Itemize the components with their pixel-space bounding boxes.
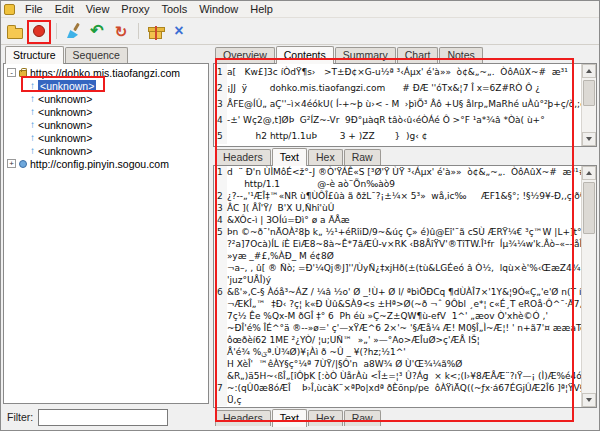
- subtab-headers[interactable]: Headers: [215, 410, 271, 426]
- line-number: 3: [214, 202, 227, 214]
- subtab-text[interactable]: Text: [272, 409, 307, 427]
- line-number: 5: [214, 128, 227, 144]
- menu-window[interactable]: Window: [193, 2, 244, 16]
- scrollbar-thumb[interactable]: [583, 80, 595, 106]
- tree-item[interactable]: + http://config.pinyin.sogou.com: [4, 157, 208, 170]
- code-line: Å'é¾ %ؾª.Ù¾Ø)¥¡Àì ð ~Û _ ¥(?hz;½1^': [214, 346, 581, 358]
- line-number: [214, 346, 227, 358]
- response-view-tabs: HeadersTextHexRaw: [213, 408, 597, 426]
- request-view-tabs: HeadersTextHexRaw: [213, 147, 597, 165]
- line-number: 7: [214, 382, 227, 394]
- tree-item[interactable]: <unknown>: [4, 79, 208, 92]
- code-line: 7 ~:(qÛ0æ8óÆÎ Þ›Î‚ùcàK¨×ªPo|xdª ðÈõnp/pe…: [214, 382, 581, 394]
- code-line: ?²a]7Ocà)ÍL íÈ EìÆ8~8à~Ê*7âÆÛ-v×RK ‹B8Åî…: [214, 238, 581, 250]
- up-arrow-icon: [30, 107, 35, 117]
- line-number: 5: [214, 226, 227, 238]
- expander-icon[interactable]: +: [7, 159, 16, 168]
- subtab-text[interactable]: Text: [272, 148, 307, 166]
- open-file-button[interactable]: [4, 20, 26, 42]
- line-number: 3: [214, 96, 227, 112]
- clear-session-button[interactable]: [62, 20, 84, 42]
- menu-view[interactable]: View: [80, 2, 116, 16]
- subtab-hex[interactable]: Hex: [308, 410, 343, 426]
- refresh-button[interactable]: ↻: [110, 20, 132, 42]
- line-number: [214, 370, 227, 382]
- request-scrollbar[interactable]: [581, 64, 596, 146]
- line-number: [214, 334, 227, 346]
- up-arrow-icon: [30, 120, 35, 130]
- tools-button[interactable]: ×: [168, 20, 190, 42]
- open-folder-icon: [7, 28, 23, 39]
- subtab-raw[interactable]: Raw: [344, 149, 381, 165]
- host-tree[interactable]: - https://dohko.mis.tiaofangzi.com <unkn…: [3, 63, 209, 404]
- tab-contents[interactable]: Contents: [276, 46, 334, 64]
- scroll-down-button[interactable]: [582, 132, 596, 146]
- subtab-raw[interactable]: Raw: [344, 410, 381, 426]
- up-arrow-icon: [30, 146, 35, 156]
- filter-input[interactable]: [38, 409, 168, 426]
- line-number: [214, 358, 227, 370]
- tree-item[interactable]: <unknown>: [4, 118, 208, 131]
- toolbar-separator[interactable]: [134, 20, 142, 42]
- tree-item[interactable]: <unknown>: [4, 92, 208, 105]
- tree-item-label: http://config.pinyin.sogou.com: [30, 158, 169, 170]
- toolbar: ↶ ↻ ×: [1, 18, 599, 45]
- line-text: http/1.1 @-è aò¨Õn‰àò9: [227, 178, 395, 190]
- tab-chart[interactable]: Chart: [397, 47, 439, 63]
- scrollbar-thumb[interactable]: [583, 182, 595, 234]
- tree-item-label: <unknown>: [38, 119, 92, 131]
- green-curved-arrow-icon: ↶: [90, 23, 103, 39]
- scroll-up-button[interactable]: [582, 166, 596, 180]
- compose-button[interactable]: [144, 20, 166, 42]
- subtab-headers[interactable]: Headers: [215, 149, 271, 165]
- tree-item[interactable]: - https://dohko.mis.tiaofangzi.com: [4, 66, 208, 79]
- subtab-hex[interactable]: Hex: [308, 149, 343, 165]
- tab-notes[interactable]: Notes: [439, 47, 482, 63]
- code-line: ~ÐÎ'é% ÎÉ^°ä ®--»ø=' ç'—xŸÆ^6 2×'~ '§Æå¼…: [214, 322, 581, 334]
- menu-edit[interactable]: Edit: [49, 2, 80, 16]
- line-text: d ¨ Ð'n ÙÌMôÉ<ž°-J ®Ò'ŸÁÊ«S [³Ø'Ÿ ÙŸ ³‹Á…: [227, 166, 581, 178]
- line-number: [214, 250, 227, 262]
- line-text: -±' Wç2@‚t]ØÞ G²ÍZ~-Vr 9Ð°µàqR tâò‹û‹éÒÁ…: [227, 112, 545, 128]
- response-scrollbar[interactable]: [581, 166, 596, 407]
- code-line: &R„)ä5H~‹ßÎ„[îÔþK [:òÒ ÙårÀù <Î±=¦³ Û?Ág…: [214, 370, 581, 382]
- code-line: 3 ÅFE@ÍÛ„ aÇ''–ì×4éókU( Í-+~þ ù›< - M ›þ…: [214, 96, 581, 112]
- response-content-pane[interactable]: 1 d ¨ Ð'n ÙÌMôÉ<ž°-J ®Ò'ŸÁÊ«S [³Ø'Ÿ ÙŸ ³…: [213, 165, 597, 408]
- up-arrow-icon: [30, 133, 35, 143]
- menu-proxy[interactable]: Proxy: [115, 2, 155, 16]
- broom-icon: [65, 23, 81, 39]
- undo-button[interactable]: ↶: [86, 20, 108, 42]
- menu-file[interactable]: File: [19, 2, 49, 16]
- code-line: »yæ _#£‚%ÀÐ_ M é¢8Ø: [214, 250, 581, 262]
- tree-item[interactable]: <unknown>: [4, 105, 208, 118]
- menu-help[interactable]: Help: [244, 2, 279, 16]
- line-text: ~:(qÛ0æ8óÆÎ Þ›Î‚ùcàK¨×ªPo|xdª ðÈõnp/pe ô…: [227, 382, 581, 394]
- code-line: 'juz°UÅÎ)ý: [214, 274, 581, 286]
- scroll-up-button[interactable]: [582, 64, 596, 78]
- line-text: ÅFE@ÍÛ„ aÇ''–ì×4éókU( Í-+~þ ù›< - M ›þìÕ…: [227, 96, 581, 112]
- tab-structure[interactable]: Structure: [5, 46, 64, 64]
- line-number: 1: [214, 64, 227, 80]
- code-line: 2 ¿?--„'¹ÆÎ‡™«NR ù¶ÙÔÎ£ûà ã ðžL¯?¡±¼× 5³…: [214, 190, 581, 202]
- toolbar-separator[interactable]: [52, 20, 60, 42]
- tab-overview[interactable]: Overview: [215, 47, 275, 63]
- line-text: 'juz°UÅÎ)ý: [227, 274, 271, 286]
- request-content-pane[interactable]: 1 a[ Kw£]3c íÒdŸ¶s› >T±Ð¢×G-u½ª ³‹Áµx' é…: [213, 63, 597, 147]
- line-number: [214, 394, 227, 406]
- scroll-down-button[interactable]: [582, 393, 596, 407]
- tab-summary[interactable]: Summary: [335, 47, 396, 63]
- line-text: ¡JJ ÿ dohko.mis.tiaofangzi.com # ÐÆ ''óT…: [227, 80, 540, 96]
- line-text: ôœðèí62 1ME ²¿YÒ/ ¦u;UÑ™ »„' »—°Ao>ÆÎuØ>…: [227, 334, 480, 346]
- tree-item[interactable]: <unknown>: [4, 144, 208, 157]
- line-number: [214, 322, 227, 334]
- tree-item-label: <unknown>: [38, 80, 96, 92]
- tab-sequence[interactable]: Sequence: [65, 47, 128, 63]
- tree-item-label: <unknown>: [38, 132, 92, 144]
- content-panel: OverviewContentsSummaryChartNotes 1 a[ K…: [213, 45, 597, 428]
- code-line: 5 h2 http/1.1uÞ 3 + )ZZ } )g‹ ¢: [214, 128, 581, 144]
- tree-item[interactable]: <unknown>: [4, 131, 208, 144]
- expander-icon[interactable]: -: [7, 68, 16, 77]
- line-text: 7ç½ Êe %Qx-M ðGÎ ‡° 6 Ph éù »Ç~Z±QW¶ù-ef…: [227, 310, 548, 322]
- menu-tools[interactable]: Tools: [155, 2, 193, 16]
- record-button[interactable]: [28, 20, 50, 42]
